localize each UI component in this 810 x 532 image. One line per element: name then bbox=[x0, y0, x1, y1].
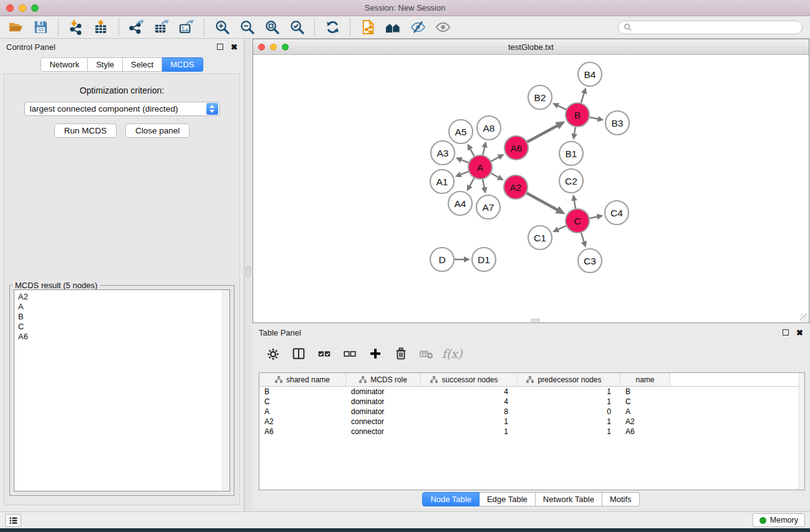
list-scrollbar[interactable] bbox=[222, 290, 229, 491]
search-input[interactable] bbox=[635, 23, 797, 32]
close-table-panel-icon[interactable]: ✖ bbox=[796, 329, 803, 337]
save-session-button[interactable] bbox=[30, 18, 51, 37]
graph-edge-B-B3[interactable] bbox=[590, 117, 599, 119]
table-row[interactable]: B dominator 4 1 B bbox=[259, 387, 804, 397]
column-header-shared-name[interactable]: shared name bbox=[259, 373, 346, 386]
zoom-out-button[interactable] bbox=[236, 18, 258, 37]
graph-edge-A-A2[interactable] bbox=[491, 173, 499, 178]
cell-shared-name[interactable]: A bbox=[259, 407, 346, 416]
network-graph[interactable]: B4B2BB3A8A5A6A3B1AC2A1A2A4A7C4CC1C3DD1 bbox=[253, 55, 809, 322]
cell-successor-nodes[interactable]: 8 bbox=[421, 407, 518, 416]
hide-eye-button[interactable] bbox=[407, 18, 428, 37]
graph-edge-A-A6[interactable] bbox=[491, 157, 500, 161]
graph-edge-A-A1[interactable] bbox=[460, 172, 468, 175]
import-table-button[interactable] bbox=[90, 18, 112, 37]
graph-edge-A6-B[interactable] bbox=[528, 125, 559, 142]
tab-edge-table[interactable]: Edge Table bbox=[480, 492, 536, 506]
optimization-criterion-select[interactable]: largest connected component (directed) bbox=[24, 102, 220, 116]
cell-predecessor-nodes[interactable]: 1 bbox=[518, 397, 620, 406]
export-table-button[interactable] bbox=[151, 18, 172, 37]
cell-name[interactable]: A bbox=[620, 407, 670, 416]
table-settings-button[interactable] bbox=[265, 346, 281, 362]
unselect-all-columns-button[interactable] bbox=[342, 346, 358, 362]
network-window-titlebar[interactable]: testGlobe.txt bbox=[253, 39, 809, 55]
column-header-successor-nodes[interactable]: successor nodes bbox=[421, 373, 518, 386]
close-panel-icon[interactable]: ✖ bbox=[231, 43, 238, 51]
show-log-button[interactable] bbox=[5, 514, 21, 527]
list-item[interactable]: C bbox=[18, 322, 226, 332]
panel-divider[interactable] bbox=[244, 39, 253, 511]
cell-successor-nodes[interactable]: 4 bbox=[421, 387, 518, 396]
cell-successor-nodes[interactable]: 4 bbox=[421, 397, 518, 406]
window-resize-grip-icon[interactable] bbox=[800, 314, 808, 322]
close-panel-button[interactable]: Close panel bbox=[125, 123, 190, 138]
list-item[interactable]: A6 bbox=[18, 332, 226, 342]
cell-shared-name[interactable]: A2 bbox=[259, 417, 346, 426]
graph-edge-A-A3[interactable] bbox=[460, 160, 468, 163]
tab-network[interactable]: Network bbox=[41, 57, 88, 72]
zoom-selected-button[interactable] bbox=[286, 18, 307, 37]
column-header-mcds-role[interactable]: MCDS role bbox=[346, 373, 421, 386]
graph-edge-C-C1[interactable] bbox=[557, 226, 566, 230]
tab-network-table[interactable]: Network Table bbox=[536, 492, 602, 506]
cell-successor-nodes[interactable]: 1 bbox=[421, 417, 518, 426]
table-row[interactable]: A6 connector 1 1 A6 bbox=[259, 427, 804, 437]
graph-edge-B-B2[interactable] bbox=[557, 105, 566, 110]
graph-edge-A2-C[interactable] bbox=[527, 193, 559, 211]
network-canvas[interactable]: B4B2BB3A8A5A6A3B1AC2A1A2A4A7C4CC1C3DD1 bbox=[253, 55, 809, 322]
float-panel-icon[interactable] bbox=[217, 44, 223, 50]
column-header-name[interactable]: name bbox=[620, 373, 670, 386]
export-image-button[interactable] bbox=[176, 18, 197, 37]
cell-mcds-role[interactable]: dominator bbox=[346, 387, 421, 396]
list-item[interactable]: A bbox=[18, 302, 226, 312]
mcds-result-list[interactable]: A2 A B C A6 bbox=[14, 289, 230, 491]
graph-edge-A-A8[interactable] bbox=[483, 146, 485, 155]
float-table-panel-icon[interactable] bbox=[783, 329, 789, 336]
graph-edge-A-A4[interactable] bbox=[469, 178, 474, 187]
column-header-predecessor-nodes[interactable]: predecessor nodes bbox=[518, 373, 620, 386]
cell-mcds-role[interactable]: dominator bbox=[346, 407, 421, 416]
list-item[interactable]: B bbox=[18, 312, 226, 322]
divider-grip-icon[interactable] bbox=[246, 266, 251, 276]
cell-mcds-role[interactable]: connector bbox=[346, 417, 421, 426]
cell-predecessor-nodes[interactable]: 0 bbox=[518, 407, 620, 416]
create-column-button[interactable] bbox=[367, 346, 383, 362]
table-row[interactable]: C dominator 4 1 C bbox=[259, 397, 804, 407]
show-eye-button[interactable] bbox=[432, 18, 453, 37]
graph-edge-B-B4[interactable] bbox=[581, 92, 584, 103]
canvas-bottom-grip[interactable] bbox=[531, 319, 540, 322]
select-all-columns-button[interactable] bbox=[316, 346, 332, 362]
cell-mcds-role[interactable]: dominator bbox=[346, 397, 421, 406]
import-network-button[interactable] bbox=[65, 18, 87, 37]
cell-shared-name[interactable]: B bbox=[259, 387, 346, 396]
tab-node-table[interactable]: Node Table bbox=[422, 492, 480, 506]
cell-shared-name[interactable]: A6 bbox=[259, 427, 346, 436]
graph-edge-C-C3[interactable] bbox=[581, 233, 584, 243]
search-box[interactable] bbox=[618, 21, 803, 34]
cell-name[interactable]: A6 bbox=[620, 427, 670, 436]
table-row[interactable]: A dominator 8 0 A bbox=[259, 407, 804, 417]
cell-name[interactable]: B bbox=[620, 387, 670, 396]
houses-button[interactable] bbox=[382, 18, 403, 37]
zoom-fit-button[interactable] bbox=[261, 18, 282, 37]
cell-name[interactable]: A2 bbox=[620, 417, 670, 426]
export-network-button[interactable] bbox=[126, 18, 147, 37]
table-scrollbar[interactable] bbox=[799, 373, 804, 490]
tab-motifs[interactable]: Motifs bbox=[602, 492, 640, 506]
graph-edge-C-C4[interactable] bbox=[590, 216, 599, 218]
cell-name[interactable]: C bbox=[620, 397, 670, 406]
cell-predecessor-nodes[interactable]: 1 bbox=[518, 427, 620, 436]
open-session-button[interactable] bbox=[5, 18, 26, 37]
graph-edge-C-C2[interactable] bbox=[574, 200, 576, 209]
cell-successor-nodes[interactable]: 1 bbox=[421, 427, 518, 436]
delete-columns-button[interactable] bbox=[393, 346, 409, 362]
list-item[interactable]: A2 bbox=[18, 292, 226, 302]
cell-mcds-role[interactable]: connector bbox=[346, 427, 421, 436]
memory-button[interactable]: Memory bbox=[753, 513, 805, 527]
network-file-button[interactable] bbox=[357, 18, 378, 37]
tab-mcds[interactable]: MCDS bbox=[162, 57, 203, 72]
graph-edge-A-A5[interactable] bbox=[470, 148, 474, 156]
cell-predecessor-nodes[interactable]: 1 bbox=[518, 387, 620, 396]
graph-edge-A-A7[interactable] bbox=[483, 180, 485, 189]
cell-shared-name[interactable]: C bbox=[259, 397, 346, 406]
